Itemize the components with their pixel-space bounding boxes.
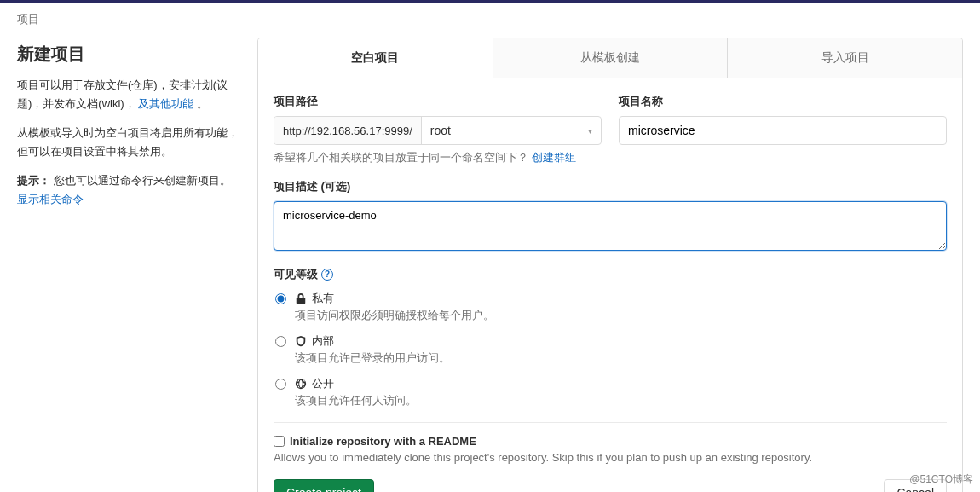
namespace-value: root <box>430 124 451 137</box>
opt-body: 私有 项目访问权限必须明确授权给每个用户。 <box>295 291 494 323</box>
watermark: @51CTO博客 <box>909 472 973 487</box>
form-panel: 项目路径 http://192.168.56.17:9999/ root ▾ 希… <box>257 78 963 492</box>
lock-icon <box>295 292 307 304</box>
shield-icon <box>295 335 307 347</box>
show-command-link[interactable]: 显示相关命令 <box>17 193 84 205</box>
sidebar-desc-2: 从模板或导入时为空白项目将启用所有功能，但可以在项目设置中将其禁用。 <box>17 124 239 161</box>
description-group: 项目描述 (可选) microservice-demo <box>274 179 947 253</box>
readme-checkbox-label[interactable]: Initialize repository with a README <box>274 435 947 448</box>
project-name-group: 项目名称 <box>619 94 947 165</box>
label: 内部 <box>312 333 334 349</box>
namespace-select[interactable]: root ▾ <box>422 117 601 144</box>
globe-icon <box>295 378 307 390</box>
desc: 项目访问权限必须明确授权给每个用户。 <box>295 308 494 323</box>
help-icon[interactable]: ? <box>321 269 333 281</box>
page-title: 新建项目 <box>17 43 239 66</box>
desc: 该项目允许任何人访问。 <box>295 393 417 408</box>
sidebar: 新建项目 项目可以用于存放文件(仓库)，安排计划(议题)，并发布文档(wiki)… <box>17 38 239 492</box>
tabs: 空白项目 从模板创建 导入项目 <box>257 38 963 78</box>
description-label: 项目描述 (可选) <box>274 179 947 194</box>
project-path-group: 项目路径 http://192.168.56.17:9999/ root ▾ 希… <box>274 94 602 165</box>
text: 可见等级 <box>274 267 318 282</box>
readme-checkbox[interactable] <box>274 436 285 447</box>
chevron-down-icon: ▾ <box>588 126 592 136</box>
create-group-link[interactable]: 创建群组 <box>532 151 576 164</box>
visibility-radio-private[interactable] <box>275 293 286 304</box>
opt-head: 私有 <box>295 291 494 306</box>
visibility-radio-public[interactable] <box>275 379 286 390</box>
description-textarea[interactable]: microservice-demo <box>274 201 947 251</box>
project-path-control: http://192.168.56.17:9999/ root ▾ <box>274 116 602 145</box>
breadcrumb[interactable]: 项目 <box>0 3 980 31</box>
page-container: 新建项目 项目可以用于存放文件(仓库)，安排计划(议题)，并发布文档(wiki)… <box>0 31 980 492</box>
project-name-label: 项目名称 <box>619 94 947 109</box>
label: Initialize repository with a README <box>290 435 476 448</box>
project-url-prefix: http://192.168.56.17:9999/ <box>274 117 422 144</box>
text: 希望将几个相关联的项目放置于同一个命名空间下？ <box>274 151 528 164</box>
tab-create-from-template[interactable]: 从模板创建 <box>493 38 728 78</box>
label: 公开 <box>312 376 334 391</box>
visibility-option-public[interactable]: 公开 该项目允许任何人访问。 <box>274 376 947 408</box>
opt-head: 内部 <box>295 333 450 349</box>
visibility-radio-internal[interactable] <box>275 336 286 347</box>
sidebar-desc-1: 项目可以用于存放文件(仓库)，安排计划(议题)，并发布文档(wiki)， 及其他… <box>17 76 239 113</box>
main-form: 空白项目 从模板创建 导入项目 项目路径 http://192.168.56.1… <box>257 38 963 492</box>
desc: 该项目允许已登录的用户访问。 <box>295 350 450 366</box>
visibility-group: 可见等级 ? 私有 项目访问权限必须明确授权给每个用户。 <box>274 267 947 408</box>
readme-desc: Allows you to immediately clone this pro… <box>274 451 947 464</box>
visibility-option-internal[interactable]: 内部 该项目允许已登录的用户访问。 <box>274 333 947 366</box>
label: 私有 <box>312 291 334 306</box>
text: 。 <box>197 97 208 110</box>
other-features-link[interactable]: 及其他功能 <box>138 97 193 110</box>
project-name-input[interactable] <box>619 116 947 145</box>
opt-body: 内部 该项目允许已登录的用户访问。 <box>295 333 450 366</box>
opt-body: 公开 该项目允许任何人访问。 <box>295 376 417 408</box>
visibility-option-private[interactable]: 私有 项目访问权限必须明确授权给每个用户。 <box>274 291 947 323</box>
tab-import-project[interactable]: 导入项目 <box>727 38 962 78</box>
opt-head: 公开 <box>295 376 417 391</box>
create-project-button[interactable]: Create project <box>274 479 374 492</box>
project-path-label: 项目路径 <box>274 94 602 109</box>
sidebar-tip: 提示： 您也可以通过命令行来创建新项目。 显示相关命令 <box>17 171 239 209</box>
path-hint: 希望将几个相关联的项目放置于同一个命名空间下？ 创建群组 <box>274 150 602 165</box>
form-actions: Create project Cancel <box>274 479 947 492</box>
tip-label: 提示： <box>17 174 50 187</box>
tab-blank-project[interactable]: 空白项目 <box>258 38 493 78</box>
visibility-label: 可见等级 ? <box>274 267 947 282</box>
tip-text: 您也可以通过命令行来创建新项目。 <box>54 174 231 187</box>
readme-group: Initialize repository with a README Allo… <box>274 422 947 464</box>
